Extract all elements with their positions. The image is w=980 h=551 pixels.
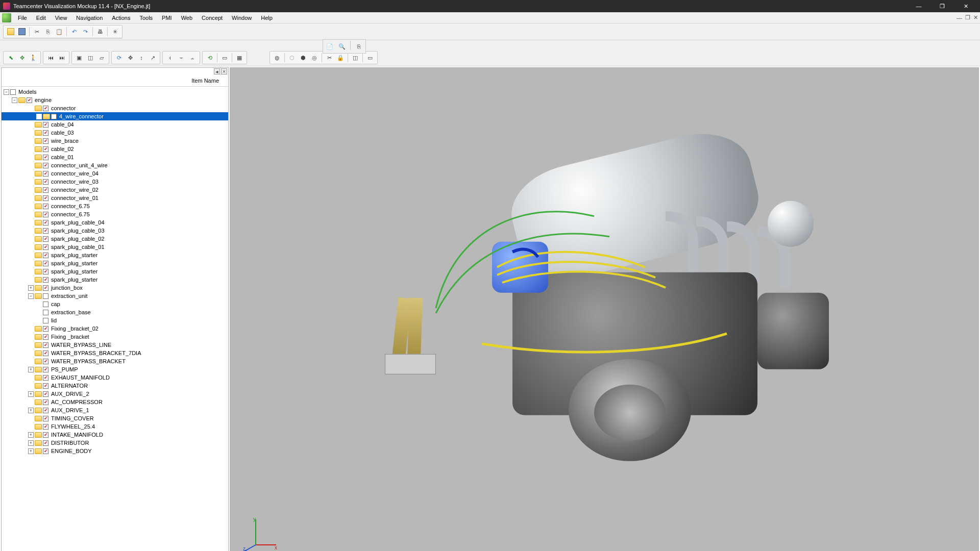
panel-pin-icon[interactable]: ◂	[214, 68, 220, 74]
visibility-checkbox[interactable]	[43, 334, 48, 340]
tree-node[interactable]: spark_plug_cable_02	[2, 235, 228, 243]
3d-viewport[interactable]: x y z	[230, 67, 979, 551]
menu-actions[interactable]: Actions	[107, 12, 135, 23]
tree-node[interactable]: connector_wire_03	[2, 178, 228, 186]
zoom-button[interactable]: ↕	[136, 52, 147, 63]
tree-node[interactable]: connector_wire_01	[2, 194, 228, 202]
collapse-icon[interactable]: −	[4, 89, 9, 95]
menu-tools[interactable]: Tools	[135, 12, 157, 23]
visibility-checkbox[interactable]	[43, 448, 48, 454]
tree-node[interactable]: −Models	[2, 88, 228, 96]
visibility-checkbox[interactable]	[43, 342, 48, 348]
tree-node[interactable]: WATER_BYPASS_LINE	[2, 341, 228, 349]
save-button[interactable]	[16, 26, 28, 37]
tree-node[interactable]: wire_brace	[2, 137, 228, 145]
visibility-checkbox[interactable]	[43, 350, 48, 356]
close-button[interactable]: ✕	[954, 1, 977, 12]
tree-node[interactable]: FLYWHEEL_25.4	[2, 422, 228, 431]
visibility-checkbox[interactable]	[43, 269, 48, 274]
box-select-button[interactable]: ▣	[74, 52, 85, 63]
menu-web[interactable]: Web	[177, 12, 197, 23]
align-right-button[interactable]: ⫠	[187, 52, 198, 63]
visibility-checkbox[interactable]	[43, 179, 48, 185]
visibility-checkbox[interactable]	[43, 293, 48, 299]
visibility-checkbox[interactable]	[43, 383, 48, 389]
cut-button[interactable]: ✂	[31, 26, 42, 37]
visibility-checkbox[interactable]	[43, 130, 48, 136]
visibility-checkbox[interactable]	[43, 195, 48, 201]
lasso-select-button[interactable]: ◫	[85, 52, 96, 63]
first-frame-button[interactable]: ⏮	[45, 52, 56, 63]
tree-node[interactable]: TIMING_COVER	[2, 414, 228, 422]
expand-icon[interactable]: +	[28, 432, 34, 438]
visibility-checkbox[interactable]	[43, 228, 48, 234]
tree-node[interactable]: connector_wire_04	[2, 169, 228, 178]
last-frame-button[interactable]: ⏭	[56, 52, 67, 63]
tree-node[interactable]: cable_03	[2, 129, 228, 137]
expand-icon[interactable]: +	[28, 448, 34, 454]
menu-edit[interactable]: Edit	[32, 12, 51, 23]
tree-node[interactable]: EXHAUST_MANIFOLD	[2, 373, 228, 382]
poly-select-button[interactable]: ▱	[96, 52, 107, 63]
tree-node[interactable]: ALTERNATOR	[2, 382, 228, 390]
clip-button[interactable]: ✂	[324, 52, 335, 63]
fit-button[interactable]: ▭	[219, 52, 230, 63]
select-button[interactable]: ⬉	[5, 52, 16, 63]
refresh-button[interactable]: ⟲	[204, 52, 215, 63]
visibility-checkbox[interactable]	[43, 310, 48, 315]
window-button[interactable]: ▭	[364, 52, 376, 63]
walk-button[interactable]: 🚶	[28, 52, 39, 63]
menu-pmi[interactable]: PMI	[157, 12, 177, 23]
tree-node[interactable]: WATER_BYPASS_BRACKET_7DIA	[2, 349, 228, 357]
shade-button[interactable]: ◍	[272, 52, 283, 63]
tree-node[interactable]: Fixing _bracket	[2, 333, 228, 341]
visibility-checkbox[interactable]	[43, 236, 48, 242]
app-menu-icon[interactable]	[2, 13, 11, 22]
visibility-checkbox[interactable]	[43, 440, 48, 446]
tree-node[interactable]: AC_COMPRESSOR	[2, 398, 228, 406]
tree-node[interactable]: connector_unit_4_wire	[2, 161, 228, 169]
snapshot-button[interactable]: 📄	[324, 41, 335, 52]
visibility-checkbox[interactable]	[43, 220, 48, 226]
tree-node[interactable]: cable_04	[2, 120, 228, 129]
visibility-checkbox[interactable]	[43, 204, 48, 209]
tree-node[interactable]: spark_plug_starter	[2, 267, 228, 276]
tree-node[interactable]: cap	[2, 300, 228, 308]
mdi-minimize-icon[interactable]: —	[957, 15, 962, 21]
tree-column-header[interactable]: Item Name	[2, 74, 228, 87]
copy-button[interactable]: ⎘	[42, 26, 54, 37]
menu-concept[interactable]: Concept	[197, 12, 227, 23]
model-tree[interactable]: −Models−engineconnector4_wire_connectorc…	[2, 87, 228, 551]
view-button[interactable]: ▦	[234, 52, 245, 63]
visibility-checkbox[interactable]	[43, 146, 48, 152]
visibility-checkbox[interactable]	[43, 399, 48, 405]
tree-node[interactable]: lid	[2, 316, 228, 324]
visibility-checkbox[interactable]	[27, 97, 32, 103]
tree-node[interactable]: connector_6.75	[2, 202, 228, 210]
align-center-button[interactable]: ⫟	[176, 52, 187, 63]
visibility-checkbox[interactable]	[43, 302, 48, 307]
maximize-button[interactable]: ❐	[931, 1, 953, 12]
expand-icon[interactable]: +	[28, 440, 34, 446]
visibility-checkbox[interactable]	[43, 138, 48, 144]
tree-node[interactable]: +AUX_DRIVE_1	[2, 406, 228, 414]
tree-node[interactable]: spark_plug_starter	[2, 251, 228, 259]
lock-button[interactable]: 🔒	[335, 52, 346, 63]
panel-close-icon[interactable]: ×	[221, 68, 227, 74]
paste-button[interactable]: 📋	[54, 26, 65, 37]
wire-button[interactable]: ⬡	[286, 52, 298, 63]
visibility-checkbox[interactable]	[43, 122, 48, 128]
menu-navigation[interactable]: Navigation	[71, 12, 107, 23]
tree-node[interactable]: +AUX_DRIVE_2	[2, 390, 228, 398]
mdi-restore-icon[interactable]: ❐	[965, 14, 970, 21]
menu-window[interactable]: Window	[227, 12, 256, 23]
tree-node[interactable]: spark_plug_cable_04	[2, 218, 228, 227]
tree-node[interactable]: spark_plug_cable_03	[2, 227, 228, 235]
window-copy-button[interactable]: ⎘	[353, 41, 364, 52]
tree-node[interactable]: cable_02	[2, 145, 228, 153]
tree-node[interactable]: +DISTRIBUTOR	[2, 439, 228, 447]
expand-icon[interactable]: +	[28, 285, 34, 291]
menu-view[interactable]: View	[51, 12, 72, 23]
seek-button[interactable]: ↗	[147, 52, 158, 63]
tree-node[interactable]: +PS_PUMP	[2, 365, 228, 373]
